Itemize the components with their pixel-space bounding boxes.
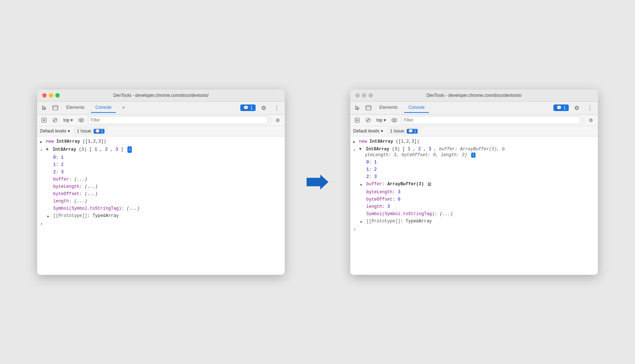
right-minimize-button[interactable] [362, 93, 366, 98]
right-settings-small-icon[interactable]: ⚙ [587, 116, 595, 124]
svg-point-20 [393, 119, 395, 121]
svg-marker-16 [356, 119, 358, 121]
right-expand-arrow[interactable]: ▶ [353, 138, 359, 146]
console-prop-byteoffset: byteOffset: (...) [37, 190, 285, 198]
right-tab-console[interactable]: Console [404, 103, 429, 113]
right-console-prop-2: 2: 3 [350, 173, 598, 181]
right-console-prop-1: 1: 2 [350, 166, 598, 173]
console-prop-proto: ▶ [[Prototype]]: TypedArray [37, 212, 285, 220]
console-input-line: ▶ new Int8Array ([1,2,3]) [37, 138, 285, 146]
minimize-button[interactable] [49, 93, 53, 98]
right-issues-badge-btn[interactable]: 💬 1 [553, 104, 569, 111]
left-tab-bar: Elements Console » 💬 1 ⚙ ⋮ [37, 102, 285, 115]
right-devtools-window: DevTools - developer.chrome.com/docs/dev… [350, 90, 598, 275]
traffic-lights [42, 93, 60, 98]
right-default-levels[interactable]: Default levels ▾ [353, 128, 383, 134]
right-console-prompt[interactable]: › [350, 226, 598, 233]
chat-icon: 💬 [243, 105, 249, 110]
console-output-header: ◂ ▼ Int8Array (3) [ 1 , 2 , 3 ] i [37, 146, 285, 154]
svg-marker-0 [43, 106, 46, 110]
right-console-prop-byteoffset: byteOffset: 0 [350, 196, 598, 203]
right-tab-bar: Elements Console 💬 1 ⚙ ⋮ [350, 102, 598, 115]
right-tab-bar-right: 💬 1 ⚙ ⋮ [553, 103, 595, 113]
right-cursor-icon[interactable] [353, 103, 362, 112]
issues-badge-btn[interactable]: 💬 1 [240, 104, 256, 111]
right-console-output-header: ◂ ▼ Int8Array (3) [ 1 , 2 , 3 , buffer: … [350, 146, 598, 159]
eye-icon[interactable] [77, 116, 85, 124]
right-settings-icon[interactable]: ⚙ [572, 103, 582, 113]
expand-arrow[interactable]: ▶ [40, 138, 46, 146]
right-console-input-line: ▶ new Int8Array ([1,2,3]) [350, 138, 598, 146]
settings-small-icon[interactable]: ⚙ [274, 116, 282, 124]
right-filter-input[interactable] [401, 116, 581, 124]
context-selector[interactable]: top ▾ [62, 117, 74, 123]
right-tab-bar-left: Elements Console [353, 103, 429, 113]
play-icon[interactable] [40, 116, 48, 124]
right-more-icon[interactable]: ⋮ [585, 103, 595, 113]
transition-arrow [307, 173, 328, 191]
console-prompt[interactable]: › [37, 220, 285, 228]
right-context-label: top [376, 118, 383, 123]
issues-badge[interactable]: 1 Issue: 💬 1 [74, 128, 107, 134]
svg-line-18 [367, 119, 370, 122]
console-prop-length: length: (...) [37, 198, 285, 205]
right-context-selector[interactable]: top ▾ [375, 117, 387, 123]
right-close-button[interactable] [355, 93, 360, 98]
left-console-toolbar: top ▾ ⚙ [37, 115, 285, 126]
right-console-prop-length: length: 3 [350, 203, 598, 210]
left-console-content: ▶ new Int8Array ([1,2,3]) ◂ ▼ Int8Array … [37, 136, 285, 275]
right-window-title: DevTools - developer.chrome.com/docs/dev… [426, 93, 521, 98]
dock-icon[interactable] [51, 103, 60, 112]
right-chevron-down-icon: ▾ [384, 118, 386, 123]
right-tab-elements[interactable]: Elements [375, 103, 402, 113]
left-devtools-window: DevTools - developer.chrome.com/docs/dev… [37, 90, 285, 275]
left-tab-bar-left: Elements Console » [40, 103, 129, 113]
issues-count: 💬 1 [94, 129, 104, 134]
more-icon[interactable]: ⋮ [272, 103, 282, 113]
right-title-bar: DevTools - developer.chrome.com/docs/dev… [350, 90, 598, 102]
right-issues-bar: Default levels ▾ 1 Issue: 💬 1 [350, 126, 598, 136]
right-chat-icon: 💬 [556, 105, 562, 110]
settings-icon[interactable]: ⚙ [259, 103, 269, 113]
right-arrow-icon [307, 173, 328, 191]
right-chevron-down-icon2: ▾ [381, 128, 383, 134]
cursor-icon[interactable] [40, 103, 49, 112]
right-ban-icon[interactable] [364, 116, 372, 124]
console-prop-buffer: buffer: (...) [37, 176, 285, 183]
context-label: top [63, 118, 70, 123]
right-console-prop-symbol: Symbol(Symbol.toStringTag): (...) [350, 210, 598, 218]
console-prop-symbol: Symbol(Symbol.toStringTag): (...) [37, 205, 285, 212]
maximize-button[interactable] [55, 93, 60, 98]
separator [271, 117, 271, 123]
filter-input[interactable] [88, 116, 268, 124]
console-prop-0: 0: 1 [37, 154, 285, 161]
svg-rect-1 [53, 106, 58, 110]
default-levels[interactable]: Default levels ▾ [40, 128, 70, 134]
right-console-toolbar: top ▾ ⚙ [350, 115, 598, 126]
svg-line-6 [54, 119, 56, 122]
right-play-icon[interactable] [353, 116, 361, 124]
left-issues-bar: Default levels ▾ 1 Issue: 💬 1 [37, 126, 285, 136]
svg-marker-12 [356, 106, 359, 110]
console-prop-bytelength: byteLength: (...) [37, 183, 285, 190]
chevron-down-icon: ▾ [71, 118, 73, 123]
right-expand-back-arrow[interactable]: ◂ [353, 146, 359, 154]
expand-back-arrow[interactable]: ◂ [40, 146, 46, 154]
right-maximize-button[interactable] [368, 93, 373, 98]
svg-marker-4 [43, 119, 45, 121]
tab-console[interactable]: Console [91, 103, 116, 113]
svg-point-19 [392, 118, 397, 122]
right-dock-icon[interactable] [364, 103, 373, 112]
tab-elements[interactable]: Elements [62, 103, 89, 113]
window-title: DevTools - developer.chrome.com/docs/dev… [113, 93, 208, 98]
right-issues-count: 💬 1 [407, 129, 418, 134]
tab-more[interactable]: » [118, 103, 129, 113]
svg-marker-9 [307, 174, 328, 189]
chevron-down-icon: ▾ [68, 128, 70, 134]
svg-rect-13 [366, 106, 371, 110]
ban-icon[interactable] [51, 116, 59, 124]
right-console-prop-0: 0: 1 [350, 159, 598, 166]
right-issues-badge[interactable]: 1 Issue: 💬 1 [387, 128, 420, 134]
right-eye-icon[interactable] [390, 116, 398, 124]
close-button[interactable] [42, 93, 47, 98]
